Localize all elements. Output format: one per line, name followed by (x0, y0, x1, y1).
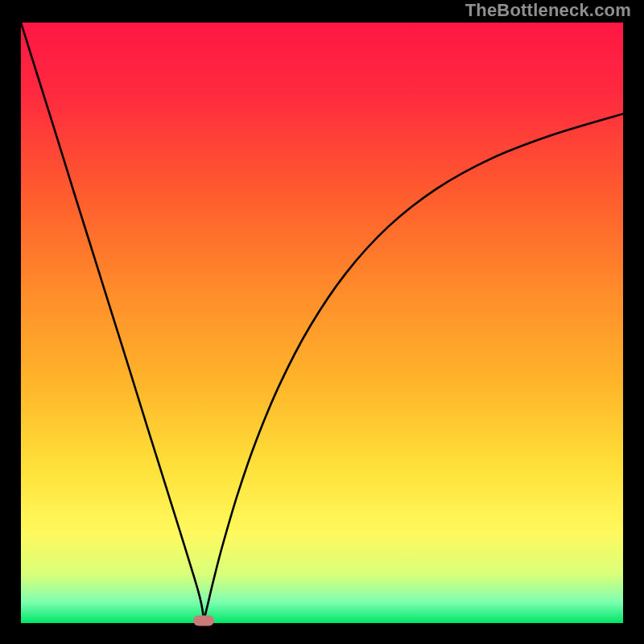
chart-stage: TheBottleneck.com (0, 0, 644, 644)
plot-area (21, 23, 623, 623)
series-right-branch (204, 114, 623, 620)
minimum-marker (193, 616, 214, 626)
series-left-branch (21, 23, 204, 620)
curve-layer (21, 23, 623, 623)
watermark-text: TheBottleneck.com (465, 0, 631, 21)
